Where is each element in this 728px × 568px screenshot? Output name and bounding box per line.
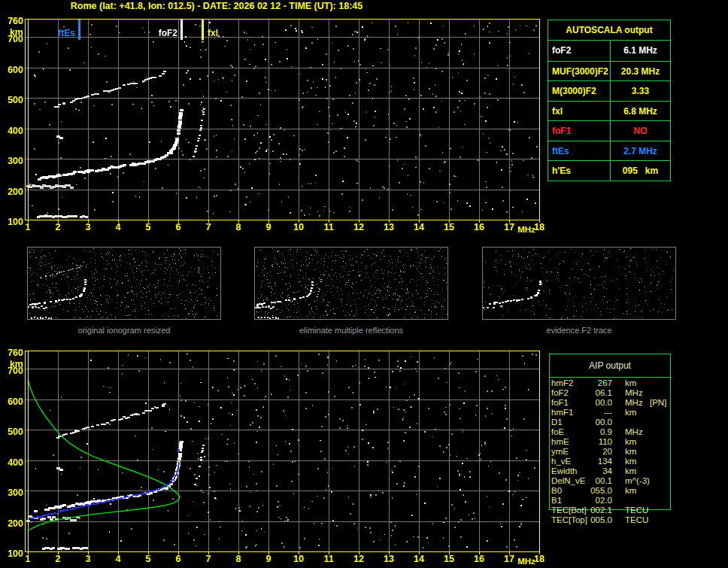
x-axis-unit-label: MHz: [515, 557, 538, 566]
autoscala-row: fxl6.8 MHz: [548, 101, 670, 121]
y-tick-label: 760: [1, 348, 23, 358]
aip-row: DelN_vE00.1m^(-3): [549, 476, 684, 486]
autoscala-row: foF26.1 MHz: [548, 41, 670, 61]
aip-value: 002.1: [579, 506, 612, 515]
aip-unit: MHz: [625, 427, 643, 437]
x-tick-mark: [118, 552, 119, 554]
aip-row: hmF1---km: [549, 408, 684, 418]
x-tick-mark: [389, 552, 390, 554]
aip-row: ymE20km: [549, 447, 684, 457]
thumbnail-evidence-f2: [482, 247, 676, 320]
x-tick-label: 9: [257, 554, 280, 564]
aip-unit: TECU: [625, 515, 648, 525]
y-tick-label: 300: [1, 488, 23, 498]
x-tick-label: 14: [408, 223, 430, 232]
x-tick-mark: [28, 552, 29, 554]
aip-row: hmE110km: [549, 437, 684, 447]
x-tick-label: 9: [257, 223, 280, 232]
aip-value: 06.1: [579, 388, 612, 398]
x-tick-mark: [359, 220, 359, 223]
autoscala-row-label: foF2: [548, 41, 611, 61]
y-tick-label: 300: [1, 156, 23, 166]
x-tick-mark: [449, 552, 450, 554]
aip-label: hmF1: [551, 408, 573, 418]
aip-value: 0.9: [579, 427, 612, 437]
autoscala-row: M(3000)F23.33: [548, 80, 670, 101]
aip-row: foE0.9MHz: [549, 427, 684, 437]
aip-label: ymE: [551, 447, 569, 457]
x-tick-mark: [389, 220, 390, 223]
x-tick-label: 1: [17, 223, 39, 232]
x-tick-mark: [329, 220, 329, 223]
aip-value: 005.0: [579, 515, 612, 525]
aip-table-title: AIP output: [550, 354, 670, 378]
page-title: Rome (lat: +41.8, lon: 012.5) - DATE: 20…: [0, 1, 433, 11]
x-tick-mark: [329, 552, 329, 554]
ionogram-bottom-canvas: [25, 351, 540, 552]
x-tick-mark: [509, 220, 510, 223]
x-tick-label: 16: [468, 223, 490, 232]
x-tick-mark: [118, 220, 119, 223]
x-tick-mark: [509, 552, 510, 554]
aip-unit: km: [625, 447, 636, 457]
x-tick-label: 4: [107, 554, 129, 564]
aip-value: 134: [579, 457, 612, 466]
y-tick-label: 500: [1, 95, 23, 105]
aip-value: 20: [579, 447, 612, 457]
aip-unit: km: [625, 437, 636, 447]
y-tick-label: 400: [1, 126, 23, 136]
x-tick-mark: [479, 552, 480, 554]
x-tick-mark: [148, 552, 149, 554]
aip-value: 267: [579, 378, 612, 388]
autoscala-row-label: foF1: [548, 121, 611, 141]
aip-row: TEC[Bot]002.1TECU: [549, 506, 684, 515]
autoscala-row-value: NO: [611, 121, 670, 141]
x-tick-mark: [208, 552, 209, 554]
thumbnail-caption-eliminate: eliminate multiple reflections: [254, 326, 448, 336]
autoscala-row-label: ftEs: [548, 141, 611, 161]
x-tick-mark: [238, 552, 239, 554]
thumbnail-eliminate-reflections-canvas: [255, 248, 447, 319]
x-tick-label: 11: [317, 554, 340, 564]
marker-line-fxl: [202, 20, 204, 40]
autoscala-row: foF1NO: [548, 120, 670, 141]
x-tick-mark: [419, 220, 420, 223]
x-tick-label: 4: [107, 223, 129, 232]
x-axis-unit-label: MHz: [515, 225, 538, 235]
x-tick-label: 5: [137, 223, 159, 232]
aip-row: B0055.0km: [549, 486, 684, 496]
x-tick-label: 15: [438, 223, 460, 232]
x-tick-label: 16: [468, 554, 490, 564]
y-tick-label: 760: [1, 16, 23, 26]
x-tick-mark: [419, 552, 420, 554]
x-tick-mark: [88, 220, 89, 223]
y-tick-label: 600: [1, 65, 23, 75]
x-tick-label: 10: [287, 223, 310, 232]
aip-unit: TECU: [625, 506, 648, 515]
thumbnail-caption-evidence: evidence F2 trace: [482, 326, 676, 336]
y-axis-unit-label: km: [1, 27, 23, 38]
aip-label: hmF2: [551, 378, 573, 388]
marker-label-fxl: fxl: [208, 29, 218, 38]
autoscala-row-label: M(3000)F2: [548, 81, 611, 101]
x-tick-label: 2: [47, 223, 69, 232]
aip-unit: km: [625, 466, 636, 476]
aip-value: 02.0: [579, 496, 612, 506]
x-tick-mark: [268, 220, 269, 223]
aip-row: TEC[Top]005.0TECU: [549, 515, 684, 525]
aip-value: 110: [579, 437, 612, 447]
marker-label-fof2: foF2: [159, 29, 177, 38]
x-tick-label: 6: [167, 223, 190, 232]
x-tick-mark: [359, 552, 359, 554]
x-tick-label: 13: [378, 223, 400, 232]
aip-row: B102.0: [549, 496, 684, 506]
aip-row: foF206.1MHz: [549, 388, 684, 398]
aip-unit: MHz: [625, 388, 643, 398]
aip-value: 34: [579, 466, 612, 476]
x-tick-mark: [268, 552, 269, 554]
x-tick-mark: [299, 220, 299, 223]
autoscala-table-title: AUTOSCALA output: [548, 20, 670, 41]
autoscala-row-value: 3.33: [611, 81, 670, 101]
aip-row: D100.0: [549, 418, 684, 427]
y-tick-label: 600: [1, 396, 23, 407]
